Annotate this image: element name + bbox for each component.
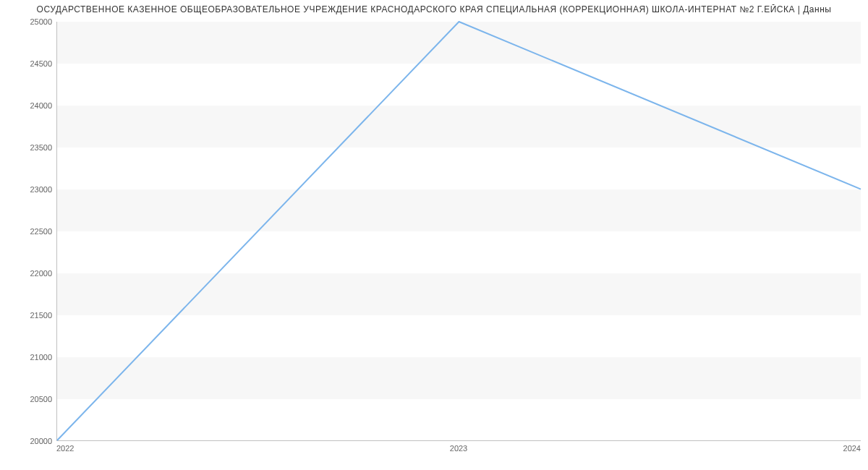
y-axis-tick-label: 20000: [9, 437, 52, 445]
y-axis-tick-label: 23000: [9, 185, 52, 194]
y-axis-tick-label: 24000: [9, 101, 52, 110]
chart-container: ОСУДАРСТВЕННОЕ КАЗЕННОЕ ОБЩЕОБРАЗОВАТЕЛЬ…: [0, 0, 868, 470]
chart-line-svg: [57, 22, 861, 440]
chart-title: ОСУДАРСТВЕННОЕ КАЗЕННОЕ ОБЩЕОБРАЗОВАТЕЛЬ…: [0, 4, 868, 14]
y-axis-tick-label: 23500: [9, 143, 52, 152]
y-axis-tick-label: 22500: [9, 227, 52, 236]
y-axis-tick-label: 25000: [9, 17, 52, 26]
y-axis-tick-label: 24500: [9, 59, 52, 68]
y-axis-tick-label: 21500: [9, 311, 52, 320]
x-axis-tick-label: 2024: [843, 444, 861, 453]
plot-area: [56, 22, 861, 441]
y-axis-tick-label: 22000: [9, 269, 52, 278]
data-series-line: [57, 22, 861, 440]
x-axis-tick-label: 2023: [450, 444, 467, 453]
x-axis-tick-label: 2022: [56, 444, 74, 453]
y-axis-tick-label: 21000: [9, 353, 52, 362]
y-axis-tick-label: 20500: [9, 395, 52, 403]
